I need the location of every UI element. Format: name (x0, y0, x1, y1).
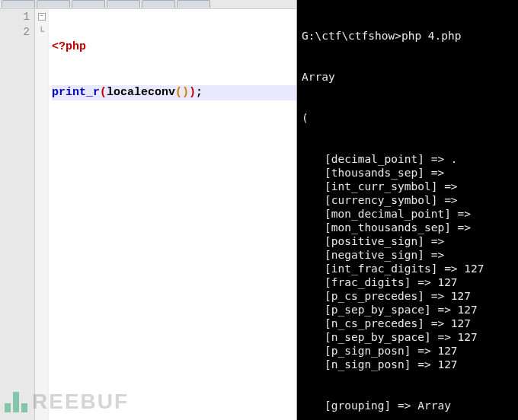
token-semicolon: ; (196, 86, 203, 99)
token-function: localeconv (107, 86, 175, 99)
code-line[interactable]: print_r(localeconv()); (52, 85, 296, 100)
watermark-text: REEBUF (32, 390, 129, 414)
terminal-output: [n_sign_posn] => 127 (302, 358, 513, 371)
terminal-output: [int_curr_symbol] => (302, 180, 513, 193)
editor-tab[interactable] (37, 0, 70, 8)
token-paren: ) (189, 86, 196, 99)
watermark-logo: REEBUF (5, 390, 129, 414)
terminal-output: [n_sep_by_space] => 127 (302, 330, 513, 344)
terminal-output: Array (302, 70, 513, 84)
terminal-pane[interactable]: G:\ctf\ctfshow>php 4.php Array ( [decima… (297, 0, 518, 420)
terminal-output: [p_cs_precedes] => 127 (302, 289, 513, 303)
terminal-prompt-line: G:\ctf\ctfshow>php 4.php (302, 29, 513, 43)
terminal-output: [currency_symbol] => (302, 193, 513, 207)
fold-toggle-icon[interactable]: − (38, 13, 46, 21)
php-open-tag: <?php (52, 40, 86, 53)
line-number: 2 (0, 24, 30, 40)
token-paren: ) (182, 86, 189, 99)
terminal-output: [positive_sign] => (302, 234, 513, 248)
editor-tab[interactable] (177, 0, 210, 8)
terminal-output: ( (302, 111, 513, 125)
terminal-output: [int_frac_digits] => 127 (302, 262, 513, 275)
terminal-command: php 4.php (401, 30, 462, 42)
token-function: print_r (52, 86, 100, 99)
terminal-output: [grouping] => Array (302, 399, 513, 412)
line-number: 1 (0, 9, 30, 24)
token-paren: ( (175, 86, 182, 99)
terminal-output: [mon_decimal_point] => (302, 207, 513, 221)
editor-tab[interactable] (107, 0, 140, 8)
terminal-output: [p_sign_posn] => 127 (302, 344, 513, 358)
terminal-output: [thousands_sep] => (302, 166, 513, 180)
line-number-gutter: 1 2 (0, 9, 35, 420)
terminal-output: [mon_thousands_sep] => (302, 221, 513, 234)
code-area[interactable]: 1 2 − └ <?php print_r(localeconv()); (0, 9, 296, 420)
terminal-output: [frac_digits] => 127 (302, 275, 513, 289)
code-content[interactable]: <?php print_r(localeconv()); (49, 9, 296, 420)
terminal-output: [p_sep_by_space] => 127 (302, 303, 513, 317)
code-editor-pane: 1 2 − └ <?php print_r(localeconv()); REE… (0, 0, 297, 420)
fold-end-icon: └ (35, 24, 48, 40)
logo-bars-icon (5, 392, 27, 412)
terminal-output: [decimal_point] => . (302, 152, 513, 166)
terminal-output: [negative_sign] => (302, 248, 513, 262)
editor-tab[interactable] (2, 0, 35, 8)
terminal-output: [n_cs_precedes] => 127 (302, 317, 513, 330)
code-line[interactable]: <?php (52, 40, 296, 55)
token-paren: ( (100, 86, 107, 99)
fold-column: − └ (35, 9, 49, 420)
editor-tab[interactable] (142, 0, 175, 8)
prompt-path: G:\ctf\ctfshow> (302, 30, 401, 42)
tab-bar (0, 0, 296, 9)
editor-tab[interactable] (72, 0, 105, 8)
